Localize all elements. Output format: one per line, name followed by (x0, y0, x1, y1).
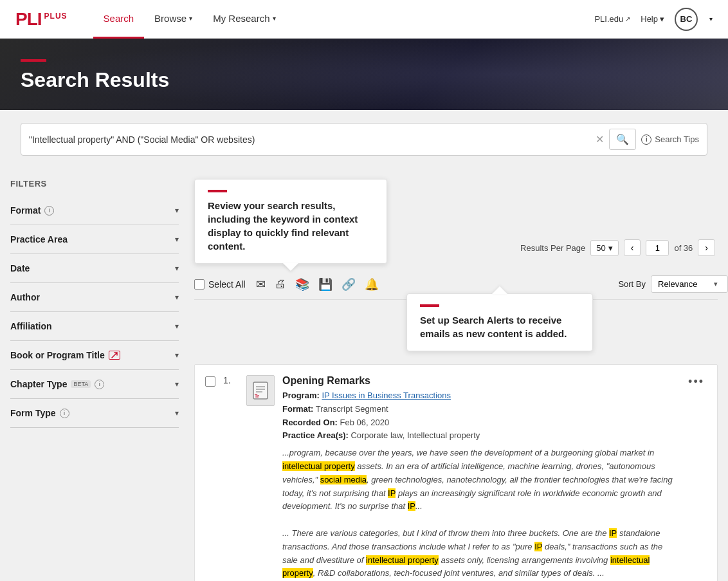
book-title-chevron-icon: ▾ (175, 351, 179, 360)
page-number-input[interactable] (646, 240, 669, 256)
tooltip-text: Review your search results, including th… (208, 199, 374, 253)
filter-book-title-label: Book or Program Title (10, 350, 105, 360)
pli-edu-link[interactable]: PLI.edu ↗ (594, 14, 630, 24)
content-area: Review your search results, including th… (184, 169, 718, 581)
result-1-meta: Program: IP Issues in Business Transacti… (282, 389, 678, 443)
sort-select[interactable]: Relevance Date Title (651, 275, 728, 293)
result-1-excerpt: ...program, because over the years, we h… (282, 447, 678, 581)
search-input[interactable] (29, 134, 590, 145)
nav-link-browse[interactable]: Browse ▾ (144, 0, 203, 39)
result-1-more-button[interactable]: ••• (686, 375, 707, 389)
tooltip2-accent-bar (420, 304, 439, 307)
practice-area-chevron-icon: ▾ (175, 235, 179, 244)
total-pages-label: of 36 (674, 243, 693, 253)
navbar: PLI PLUS Search Browse ▾ My Research ▾ P… (0, 0, 728, 39)
filter-author-label: Author (10, 292, 40, 302)
filter-author[interactable]: Author ▾ (10, 283, 179, 312)
page-title: Search Results (21, 68, 707, 92)
tooltip2-text: Set up Search Alerts to receive emails a… (420, 313, 579, 340)
link-icon[interactable]: 🔗 (341, 277, 356, 291)
sidebar: Filters Format i ▾ Practice Area ▾ Date … (10, 169, 184, 581)
filter-form-type-label: Form Type (10, 408, 56, 418)
filter-date[interactable]: Date ▾ (10, 254, 179, 283)
my-research-chevron-icon: ▾ (273, 15, 276, 22)
results-per-page-label: Results Per Page (520, 243, 585, 253)
avatar-chevron-icon[interactable]: ▾ (709, 15, 713, 23)
nav-link-search[interactable]: Search (93, 0, 145, 39)
main-layout: Filters Format i ▾ Practice Area ▾ Date … (0, 169, 728, 581)
chapter-type-chevron-icon: ▾ (175, 380, 179, 389)
nav-links: Search Browse ▾ My Research ▾ (93, 0, 595, 39)
format-info-icon: i (44, 206, 54, 216)
sort-area: Sort By Relevance Date Title ▾ (618, 275, 718, 293)
date-chevron-icon: ▾ (175, 264, 179, 273)
filter-practice-area[interactable]: Practice Area ▾ (10, 225, 179, 254)
result-1-content: Opening Remarks Program: IP Issues in Bu… (282, 375, 678, 581)
library-icon[interactable]: 📚 (295, 277, 309, 291)
results-controls: Results Per Page 50 ▾ ‹ of 36 › (520, 239, 718, 256)
form-type-info-icon: i (60, 409, 69, 418)
tooltip-accent-bar (208, 190, 227, 192)
external-link-icon: ↗ (625, 15, 630, 23)
result-1-icon: Tr (246, 375, 275, 406)
author-chevron-icon: ▾ (175, 293, 179, 302)
logo-area[interactable]: PLI PLUS (15, 9, 68, 30)
logo-plus: PLUS (44, 12, 68, 21)
select-all-label: Select All (208, 279, 246, 290)
filter-chapter-type[interactable]: Chapter Type BETA i ▾ (10, 370, 179, 399)
filter-format[interactable]: Format i ▾ (10, 196, 179, 225)
nav-link-my-research[interactable]: My Research ▾ (203, 0, 286, 39)
svg-text:Tr: Tr (255, 394, 259, 398)
avatar-button[interactable]: BC (675, 8, 698, 31)
beta-badge: BETA (71, 380, 91, 388)
select-all-checkbox[interactable]: Select All (194, 279, 246, 290)
email-icon[interactable]: ✉ (256, 277, 266, 291)
result-1-program-link[interactable]: IP Issues in Business Transactions (322, 391, 451, 400)
save-icon[interactable]: 💾 (318, 277, 332, 291)
toolbar-icons: ✉ 🖨 📚 💾 🔗 🔔 (256, 277, 379, 291)
filter-practice-area-label: Practice Area (10, 234, 68, 244)
alert-bell-icon[interactable]: 🔔 (365, 277, 379, 291)
search-bar: ✕ 🔍 i Search Tips (21, 123, 707, 156)
external-link-icon (109, 351, 120, 360)
print-icon[interactable]: 🖨 (275, 277, 286, 291)
logo-pli: PLI (15, 9, 42, 30)
filter-form-type[interactable]: Form Type i ▾ (10, 399, 179, 428)
filter-format-label: Format (10, 205, 41, 216)
search-tips-button[interactable]: i Search Tips (641, 134, 699, 145)
per-page-select[interactable]: 50 ▾ (590, 240, 618, 256)
hero-accent-bar (21, 59, 46, 62)
filter-date-label: Date (10, 263, 30, 273)
per-page-chevron-icon: ▾ (608, 243, 613, 253)
form-type-chevron-icon: ▾ (175, 409, 179, 418)
nav-right: PLI.edu ↗ Help ▾ BC ▾ (594, 8, 713, 31)
result-1-checkbox[interactable] (205, 376, 215, 387)
search-button[interactable]: 🔍 (609, 129, 636, 150)
help-link[interactable]: Help ▾ (641, 14, 664, 24)
hero-section: Search Results (0, 39, 728, 110)
clear-search-icon[interactable]: ✕ (596, 133, 604, 145)
affiliation-chevron-icon: ▾ (175, 322, 179, 331)
tooltip-arrow-icon (283, 263, 298, 271)
checkbox-icon (194, 279, 205, 290)
format-chevron-icon: ▾ (175, 206, 179, 215)
prev-page-button[interactable]: ‹ (624, 239, 641, 256)
tooltip-search-alerts: Set up Search Alerts to receive emails a… (406, 293, 593, 351)
tooltip-search-results: Review your search results, including th… (194, 179, 387, 264)
filter-affiliation-label: Affiliation (10, 321, 52, 331)
result-1-title[interactable]: Opening Remarks (282, 375, 678, 387)
chapter-type-info-icon: i (95, 380, 104, 389)
filter-chapter-type-label: Chapter Type (10, 379, 67, 389)
filter-affiliation[interactable]: Affiliation ▾ (10, 312, 179, 341)
help-chevron-icon: ▾ (660, 14, 664, 24)
result-1-number: 1. (223, 375, 239, 581)
info-icon: i (641, 134, 651, 145)
browse-chevron-icon: ▾ (189, 15, 192, 22)
filter-book-title[interactable]: Book or Program Title ▾ (10, 341, 179, 370)
filters-title: Filters (10, 179, 179, 189)
result-1-actions: ••• (686, 375, 707, 581)
search-container: ✕ 🔍 i Search Tips (0, 110, 728, 169)
next-page-button[interactable]: › (698, 239, 715, 256)
result-item-1: 1. Tr Opening Remarks Program: IP Issues… (194, 364, 718, 581)
tooltip2-arrow-icon (492, 286, 507, 294)
